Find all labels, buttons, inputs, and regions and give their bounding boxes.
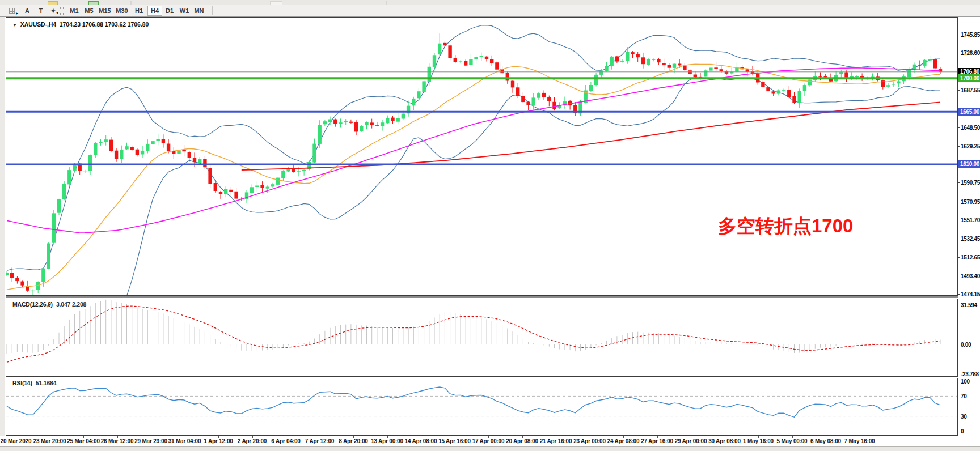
candle-body xyxy=(292,169,295,172)
price-tick-mark xyxy=(958,276,960,276)
time-tick-label: 30 Apr 08:00 xyxy=(708,438,741,444)
candle-body xyxy=(67,170,71,184)
candle-body xyxy=(312,144,316,163)
timeframe-m1-button[interactable]: M1 xyxy=(67,6,82,16)
time-tick-label: 21 Apr 16:00 xyxy=(540,438,572,444)
timeframe-h1-button[interactable]: H1 xyxy=(132,6,146,16)
rsi-axis-label: 30 xyxy=(961,413,967,419)
timeframe-d1-button[interactable]: D1 xyxy=(162,6,177,16)
candle-body xyxy=(224,189,227,194)
time-tick-label: 29 Mar 23:00 xyxy=(134,438,167,444)
candle-body xyxy=(177,150,180,154)
font-a-tool[interactable]: A xyxy=(20,6,34,16)
price-tick-mark xyxy=(958,182,960,183)
candle-body xyxy=(396,118,400,122)
cursor-tool[interactable]: ✦▾ xyxy=(48,6,61,16)
toolbar-grip[interactable] xyxy=(60,7,64,15)
candle-body xyxy=(130,147,134,150)
candle-body xyxy=(599,71,603,75)
candle-body xyxy=(375,125,379,126)
candle-body xyxy=(31,291,35,291)
candle-body xyxy=(647,59,650,65)
rsi-pane-border xyxy=(6,378,958,436)
rsi-axis-label: 0 xyxy=(961,428,964,435)
candle-body xyxy=(725,71,728,74)
candle-body xyxy=(172,151,175,154)
toolbar-ghost-button xyxy=(48,1,58,5)
candle-body xyxy=(913,65,916,69)
crosshair-grid-tool-sub-icon: F xyxy=(16,11,18,15)
candle-body xyxy=(626,52,629,61)
candle-body xyxy=(610,57,614,66)
candle-body xyxy=(125,146,128,149)
candle-body xyxy=(136,150,139,155)
time-tick-label: 25 Mar 04:00 xyxy=(67,438,100,444)
timeframe-w1-button[interactable]: W1 xyxy=(177,6,192,16)
macd-axis-label: 0.00 xyxy=(961,342,971,348)
timeframe-m5-button[interactable]: M5 xyxy=(82,6,96,16)
candle-body xyxy=(198,159,201,163)
candle-body xyxy=(792,96,796,103)
toolbar-ghost-button xyxy=(88,1,99,5)
candle-body xyxy=(333,120,337,124)
candle-body xyxy=(417,91,420,98)
price-tick-mark xyxy=(958,220,960,220)
candle-body xyxy=(193,158,196,162)
candle-body xyxy=(735,67,738,71)
candle-body xyxy=(772,91,775,93)
candle-body xyxy=(109,140,113,151)
timeframe-m30-button[interactable]: M30 xyxy=(113,6,130,16)
pane-divider[interactable] xyxy=(6,296,958,298)
candle-body xyxy=(652,59,655,60)
candle-body xyxy=(886,85,890,87)
candle-body xyxy=(641,57,645,64)
price-tick-mark xyxy=(958,53,960,53)
price-tick-label: 1532.45 xyxy=(961,235,980,241)
rsi-axis-label: 70 xyxy=(961,393,967,399)
candle-body xyxy=(323,121,327,124)
candle-body xyxy=(422,81,425,92)
candle-body xyxy=(354,122,358,131)
candle-body xyxy=(10,273,14,278)
candle-body xyxy=(203,159,206,168)
candle-body xyxy=(297,171,301,172)
crosshair-grid-tool[interactable]: F xyxy=(7,6,20,16)
candle-body xyxy=(370,122,374,125)
candle-body xyxy=(673,64,676,68)
candle-body xyxy=(474,57,478,59)
time-axis[interactable]: 20 Mar 202023 Mar 20:0025 Mar 04:0026 Ma… xyxy=(0,436,980,446)
candle-body xyxy=(391,118,394,121)
timeframe-h4-button[interactable]: H4 xyxy=(147,6,162,16)
candle-body xyxy=(115,151,118,159)
candle-body xyxy=(88,155,92,171)
candle-body xyxy=(162,139,165,143)
timeframe-m15-button[interactable]: M15 xyxy=(96,6,113,16)
candle-body xyxy=(818,76,822,77)
candle-body xyxy=(188,152,191,158)
toolbar-separator xyxy=(212,6,213,15)
symbol-dropdown-icon[interactable]: ▼ xyxy=(12,23,17,28)
candle-body xyxy=(683,66,686,70)
candle-body xyxy=(52,213,56,242)
time-tick-label: 13 Apr 00:00 xyxy=(371,438,403,444)
candle-body xyxy=(547,97,551,101)
main-price-chart[interactable] xyxy=(6,17,958,296)
candle-body xyxy=(255,186,259,188)
time-tick-label: 20 Apr 08:00 xyxy=(506,438,538,444)
candle-body xyxy=(594,75,598,85)
candle-body xyxy=(688,70,691,74)
text-label-tool[interactable]: T xyxy=(34,6,48,16)
rsi-indicator-pane[interactable] xyxy=(6,378,958,436)
candle-body xyxy=(381,122,384,126)
candle-body xyxy=(234,192,238,199)
time-tick-label: 23 Mar 20:00 xyxy=(33,438,66,444)
candle-body xyxy=(20,282,24,286)
time-tick-label: 7 May 16:00 xyxy=(844,438,875,444)
macd-indicator-pane[interactable] xyxy=(6,299,958,377)
toolbar-ghost-separator xyxy=(386,1,387,5)
timeframe-mn-button[interactable]: MN xyxy=(192,6,206,16)
rsi-line xyxy=(7,387,940,417)
candle-body xyxy=(146,144,149,151)
price-tick-mark xyxy=(958,90,960,91)
price-tick-label: 1629.25 xyxy=(961,143,980,149)
